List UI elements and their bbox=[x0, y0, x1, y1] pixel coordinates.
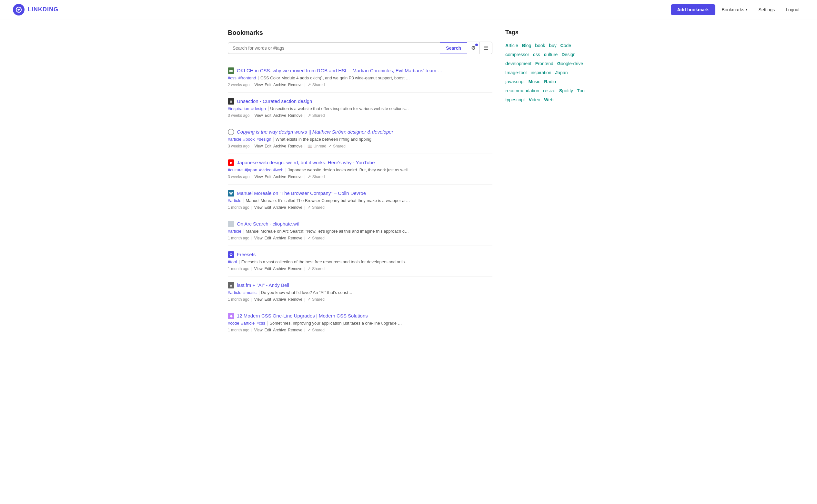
bookmark-edit-link[interactable]: Edit bbox=[265, 83, 271, 87]
bookmark-remove-link[interactable]: Remove bbox=[288, 236, 302, 240]
bookmark-title[interactable]: last.fm + "AI" - Andy Bell bbox=[237, 282, 289, 288]
bookmark-tag[interactable]: #article bbox=[228, 137, 241, 142]
bookmark-title[interactable]: Copying is the way design works || Matth… bbox=[237, 128, 393, 135]
tag-cloud-item[interactable]: typescript bbox=[505, 97, 525, 102]
bookmark-archive-link[interactable]: Archive bbox=[273, 328, 286, 332]
bookmark-tag[interactable]: #article bbox=[228, 198, 241, 203]
tag-cloud-item[interactable]: Google-drive bbox=[557, 61, 583, 66]
bookmark-title[interactable]: Freesets bbox=[237, 251, 256, 258]
logout-nav-link[interactable]: Logout bbox=[781, 5, 804, 15]
tag-cloud-item[interactable]: Blog bbox=[522, 43, 531, 48]
search-input[interactable] bbox=[228, 42, 440, 54]
bookmark-tag[interactable]: #design bbox=[257, 137, 271, 142]
bookmark-tag[interactable]: #code bbox=[228, 321, 239, 326]
bookmark-tag[interactable]: #inspiration bbox=[228, 106, 249, 111]
tag-cloud-item[interactable]: Radio bbox=[544, 79, 556, 84]
tag-cloud-item[interactable]: recommendation bbox=[505, 88, 539, 93]
settings-nav-link[interactable]: Settings bbox=[754, 5, 780, 15]
bookmark-tag[interactable]: #tool bbox=[228, 259, 237, 264]
tag-cloud-item[interactable]: resize bbox=[543, 88, 555, 93]
filter-button[interactable]: ⚙ bbox=[467, 42, 480, 54]
bookmark-title[interactable]: Japanese web design: weird, but it works… bbox=[237, 159, 375, 166]
bookmark-title[interactable]: OKLCH in CSS: why we moved from RGB and … bbox=[237, 67, 442, 74]
bookmark-remove-link[interactable]: Remove bbox=[288, 297, 302, 302]
bookmark-tag[interactable]: #css bbox=[228, 76, 237, 80]
bookmarks-nav-link[interactable]: Bookmarks ▾ bbox=[717, 5, 752, 15]
bookmark-tag[interactable]: #web bbox=[273, 167, 283, 172]
bookmark-tag[interactable]: #article bbox=[228, 290, 241, 295]
add-bookmark-button[interactable]: Add bookmark bbox=[671, 4, 715, 15]
tag-cloud-item[interactable]: javascript bbox=[505, 79, 525, 84]
bookmark-remove-link[interactable]: Remove bbox=[288, 205, 302, 210]
tag-cloud-item[interactable]: Music bbox=[529, 79, 540, 84]
bookmark-view-link[interactable]: View bbox=[255, 175, 263, 179]
bookmark-archive-link[interactable]: Archive bbox=[273, 175, 286, 179]
tag-cloud-item[interactable]: Image-tool bbox=[505, 70, 527, 75]
layout-button[interactable]: ☰ bbox=[480, 42, 492, 54]
tag-cloud-item[interactable]: Design bbox=[561, 52, 576, 57]
tag-cloud-item[interactable]: Code bbox=[560, 43, 571, 48]
bookmark-view-link[interactable]: View bbox=[254, 328, 263, 332]
bookmark-title[interactable]: Manuel Moreale on "The Browser Company" … bbox=[237, 190, 366, 197]
bookmark-tag[interactable]: #article bbox=[228, 229, 241, 234]
bookmark-remove-link[interactable]: Remove bbox=[288, 175, 303, 179]
tag-cloud-item[interactable]: buy bbox=[549, 43, 556, 48]
bookmark-title[interactable]: Unsection - Curated section design bbox=[237, 98, 312, 105]
tag-cloud-item[interactable]: Video bbox=[529, 97, 540, 102]
bookmark-edit-link[interactable]: Edit bbox=[265, 144, 271, 148]
bookmark-edit-link[interactable]: Edit bbox=[265, 267, 271, 271]
bookmark-edit-link[interactable]: Edit bbox=[265, 328, 271, 332]
brand-logo[interactable]: LINKDING bbox=[13, 4, 58, 15]
tag-cloud-item[interactable]: Tool bbox=[577, 88, 586, 93]
bookmark-view-link[interactable]: View bbox=[254, 205, 263, 210]
tag-cloud-item[interactable]: development bbox=[505, 61, 531, 66]
bookmark-tag[interactable]: #frontend bbox=[238, 76, 256, 80]
bookmark-view-link[interactable]: View bbox=[254, 267, 263, 271]
bookmark-view-link[interactable]: View bbox=[255, 83, 263, 87]
bookmark-tag[interactable]: #article bbox=[241, 321, 255, 326]
tag-cloud-item[interactable]: book bbox=[535, 43, 545, 48]
bookmark-archive-link[interactable]: Archive bbox=[273, 236, 286, 240]
bookmark-edit-link[interactable]: Edit bbox=[265, 297, 271, 302]
bookmark-view-link[interactable]: View bbox=[254, 236, 263, 240]
tag-cloud-item[interactable]: Spotify bbox=[559, 88, 573, 93]
bookmark-tag[interactable]: #book bbox=[243, 137, 255, 142]
bookmark-edit-link[interactable]: Edit bbox=[265, 175, 271, 179]
bookmark-tag[interactable]: #culture bbox=[228, 167, 243, 172]
bookmark-remove-link[interactable]: Remove bbox=[288, 83, 303, 87]
bookmark-edit-link[interactable]: Edit bbox=[265, 236, 271, 240]
search-button[interactable]: Search bbox=[440, 42, 467, 54]
bookmark-edit-link[interactable]: Edit bbox=[265, 205, 271, 210]
bookmark-edit-link[interactable]: Edit bbox=[265, 113, 271, 118]
bookmark-tag[interactable]: #music bbox=[243, 290, 257, 295]
tag-cloud-item[interactable]: compressor bbox=[505, 52, 529, 57]
bookmark-archive-link[interactable]: Archive bbox=[273, 113, 286, 118]
bookmark-archive-link[interactable]: Archive bbox=[273, 267, 286, 271]
bookmark-favicon: ✿ bbox=[228, 251, 234, 258]
bookmark-tag[interactable]: #video bbox=[259, 167, 271, 172]
tag-cloud-item[interactable]: Japan bbox=[555, 70, 568, 75]
bookmark-tag[interactable]: #css bbox=[257, 321, 265, 326]
bookmark-remove-link[interactable]: Remove bbox=[288, 328, 302, 332]
bookmark-archive-link[interactable]: Archive bbox=[273, 144, 286, 148]
bookmark-archive-link[interactable]: Archive bbox=[273, 205, 286, 210]
bookmark-title[interactable]: 12 Modern CSS One-Line Upgrades | Modern… bbox=[237, 312, 368, 319]
bookmark-archive-link[interactable]: Archive bbox=[273, 83, 286, 87]
bookmark-view-link[interactable]: View bbox=[255, 113, 263, 118]
tag-cloud-item[interactable]: inspiration bbox=[530, 70, 551, 75]
tag-cloud-item[interactable]: css bbox=[533, 52, 540, 57]
tag-cloud-item[interactable]: Article bbox=[505, 43, 518, 48]
bookmark-view-link[interactable]: View bbox=[255, 144, 263, 148]
bookmark-remove-link[interactable]: Remove bbox=[288, 144, 303, 148]
tag-cloud-item[interactable]: Frontend bbox=[535, 61, 553, 66]
bookmark-header: ✿ Freesets bbox=[228, 251, 492, 258]
tag-cloud-item[interactable]: culture bbox=[544, 52, 558, 57]
bookmark-view-link[interactable]: View bbox=[254, 297, 263, 302]
bookmark-remove-link[interactable]: Remove bbox=[288, 267, 302, 271]
bookmark-archive-link[interactable]: Archive bbox=[273, 297, 286, 302]
bookmark-tag[interactable]: #design bbox=[251, 106, 266, 111]
bookmark-tag[interactable]: #japan bbox=[245, 167, 257, 172]
bookmark-title[interactable]: On Arc Search - cliophate.wtf bbox=[237, 220, 299, 227]
tag-cloud-item[interactable]: Web bbox=[544, 97, 553, 102]
bookmark-remove-link[interactable]: Remove bbox=[288, 113, 303, 118]
